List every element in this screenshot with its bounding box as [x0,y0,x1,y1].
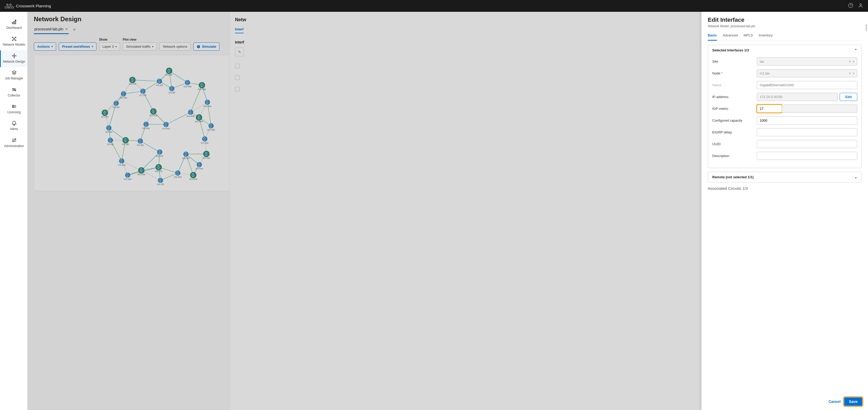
description-label: Description [712,154,754,158]
scrollbar[interactable] [865,24,867,394]
sidebar-item-collector[interactable]: Collector [0,84,27,101]
svg-point-12 [16,55,16,56]
sidebar-item-administration[interactable]: Administration [0,135,27,152]
sidebar-item-label: Dashboard [6,26,22,30]
save-button[interactable]: Save [844,398,862,406]
svg-point-10 [13,55,15,56]
dashboard-icon [11,19,17,25]
show-layer-dropdown[interactable]: Layer 3▾ [99,42,120,51]
svg-text:cr2.bos: cr2.bos [195,167,203,170]
cisco-logo-icon: ı|ı.ı|ı. CISCO [5,3,14,9]
play-circle-icon [197,45,200,49]
svg-text:cr2.kcy: cr2.kcy [143,127,150,129]
svg-text:cr2.lax: cr2.lax [105,131,113,133]
chevron-down-icon: ▾ [92,45,93,48]
uuid-input[interactable] [757,140,857,148]
svg-point-1 [860,4,862,5]
sidebar-item-network-design[interactable]: Network Design [0,50,27,67]
svg-text:cr2.hst: cr2.hst [120,96,127,99]
sidebar-item-alerts[interactable]: Alerts [0,118,27,134]
licensing-icon [11,103,17,109]
svg-line-35 [132,80,159,81]
svg-text:cr1.bos: cr1.bos [174,176,182,178]
svg-text:cr2.nyc: cr2.nyc [182,157,190,159]
row-checkbox[interactable] [235,64,240,68]
node-select[interactable]: cr1.lax✕▾ [757,69,857,77]
svg-text:er1.wdc: er1.wdc [195,120,203,123]
remote-card: Remote (not selected 1/1) ⌄ [708,172,862,183]
svg-text:cr1.chi: cr1.chi [157,183,164,186]
file-tab-label: processed-lab.pln [34,27,63,31]
sidebar-item-label: Collector [8,94,20,97]
sidebar-item-label: Licensing [7,111,21,114]
card-header[interactable]: Selected Interfaces 1/3 ⌃ [708,45,862,55]
close-icon[interactable]: ✕ [65,27,68,31]
cancel-button[interactable]: Cancel [828,400,840,404]
app-title: Crosswork Planning [16,4,51,8]
user-icon[interactable] [858,3,863,9]
network-options-button[interactable]: Network options [159,42,191,51]
sidebar-item-dashboard[interactable]: Dashboard [0,17,27,33]
svg-text:er1.nyc: er1.nyc [203,157,210,159]
svg-point-21 [15,138,16,139]
configured-capacity-input[interactable] [757,116,857,125]
eigrp-delay-input[interactable] [757,128,857,136]
plot-view-dropdown[interactable]: Simulated traffic▾ [123,42,157,51]
igp-metric-input[interactable] [757,104,782,113]
igp-metric-rest [782,104,857,113]
network-diagram[interactable]: er1.atlcr1.atlcr2.atlcr2.miaer1.miaer1.h… [34,55,223,189]
edit-interface-drawer: Edit Interface Network Model: processed-… [702,12,868,410]
site-select[interactable]: lax✕▾ [757,57,857,66]
edit-icon[interactable]: ✎ [235,48,244,56]
svg-text:er1.bos: er1.bos [189,178,197,180]
description-input[interactable] [757,152,857,160]
site-label: Site [712,60,754,63]
sidebar-item-network-models[interactable]: Network Models [0,33,27,50]
svg-line-36 [124,91,143,94]
brand-logo: ı|ı.ı|ı. CISCO Crosswork Planning [5,3,51,9]
administration-icon [11,137,17,143]
actions-dropdown[interactable]: Actions▾ [34,42,56,51]
svg-line-48 [140,141,160,152]
tab-inventory[interactable]: Inventory [758,32,773,40]
ip-address-input [757,93,838,101]
svg-point-13 [13,54,14,55]
preset-workflows-dropdown[interactable]: Preset workflows▾ [59,42,96,51]
sidebar-item-licensing[interactable]: Licensing [0,101,27,118]
chevron-down-icon: ▾ [52,45,53,48]
row-checkbox[interactable] [235,75,240,80]
bg-tab[interactable]: Interf [235,27,244,33]
svg-rect-2 [12,22,13,24]
row-checkbox[interactable] [235,87,240,92]
simulate-button[interactable]: Simulate [193,42,219,51]
svg-text:er1.hst: er1.hst [129,83,136,85]
ip-address-label: IP address [712,95,754,99]
svg-text:cr2.wdc: cr2.wdc [207,128,215,131]
drawer-subtitle: Network Model: processed-lab.pln [708,24,862,28]
svg-text:er1.sjc: er1.sjc [122,143,129,146]
svg-text:cr1.nyc: cr1.nyc [201,141,209,144]
clear-icon[interactable]: ✕ [848,71,851,75]
network-models-icon [11,36,17,42]
help-icon[interactable] [848,3,853,9]
clear-icon[interactable]: ✕ [848,60,851,63]
svg-text:er1.chi: er1.chi [155,170,162,172]
sidebar-item-label: Job Manager [5,76,23,80]
svg-text:cr1.sjc: cr1.sjc [137,144,144,146]
svg-text:cr2.chi: cr2.chi [156,155,163,157]
tab-mpls[interactable]: MPLS [744,32,753,40]
svg-text:er1.atl: er1.atl [166,73,172,76]
tab-basic[interactable]: Basic [708,32,717,41]
associated-circuits-title: Associated Circuits 1/3 [708,186,862,191]
card-header[interactable]: Remote (not selected 1/1) ⌄ [708,172,862,182]
tab-advanced[interactable]: Advanced [723,32,738,40]
selected-interfaces-card: Selected Interfaces 1/3 ⌃ Site lax✕▾ Nod… [708,45,862,168]
chevron-down-icon: ⌄ [855,175,857,179]
add-tab-button[interactable]: + [72,27,77,33]
sidebar-item-job-manager[interactable]: Job Manager [0,67,27,84]
edit-ip-button[interactable]: Edit [840,93,857,101]
file-tab[interactable]: processed-lab.pln ✕ [34,25,69,34]
name-label: Name [712,83,754,87]
name-input[interactable] [757,81,857,89]
chevron-down-icon: ▾ [853,71,855,75]
